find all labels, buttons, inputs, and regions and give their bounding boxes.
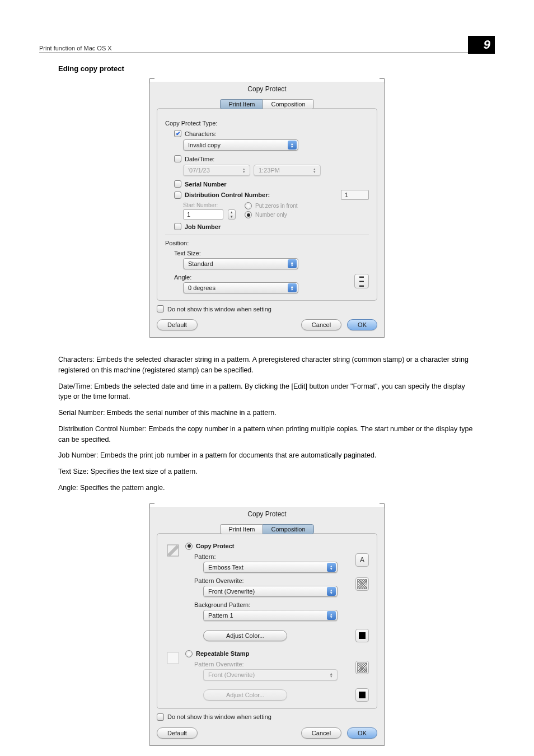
bg-pattern-select[interactable]: Pattern 1: [203, 610, 338, 621]
pattern-overwrite-swatch-icon[interactable]: [355, 577, 369, 591]
chevron-updown-icon: [288, 141, 297, 150]
textsize-label: Text Size:: [174, 250, 369, 256]
dist-checkbox[interactable]: [174, 192, 181, 199]
pattern-overwrite-select[interactable]: Front (Overwrite): [203, 586, 338, 597]
paragraph-angle: Angle: Specifies the pattern angle.: [58, 483, 476, 493]
chevron-updown-icon: [310, 166, 319, 175]
copy-protect-thumb-icon: [165, 543, 181, 558]
datetime-label: Date/Time:: [185, 156, 214, 162]
dialog-title: Copy Protect: [157, 507, 377, 524]
page-badge: 9: [468, 36, 495, 54]
paragraph-serial: Serial Number: Embeds the serial number …: [58, 408, 476, 418]
dist-number-field[interactable]: 1: [341, 190, 369, 200]
pattern-label: Pattern:: [194, 553, 352, 560]
section-title: Eding copy protect: [58, 64, 495, 73]
pattern-select[interactable]: Emboss Text: [203, 562, 338, 573]
time-select[interactable]: 1:23PM: [254, 165, 321, 176]
repeatable-radio-label: Repeatable Stamp: [196, 650, 249, 657]
bg-pattern-value: Pattern 1: [208, 612, 233, 619]
chevron-updown-icon: [288, 283, 297, 292]
bg-pattern-label: Background Pattern:: [194, 601, 369, 608]
donotshow-checkbox[interactable]: [157, 713, 164, 721]
breadcrumb: Print function of Mac OS X: [39, 45, 112, 52]
ok-button[interactable]: OK: [347, 319, 377, 330]
rep-color-swatch-icon[interactable]: [355, 688, 369, 702]
textsize-select[interactable]: Standard: [183, 258, 298, 269]
tab-print-item[interactable]: Print Item: [220, 524, 263, 534]
copy-protect-type-label: Copy Protect Type:: [165, 120, 369, 127]
serial-checkbox[interactable]: [174, 180, 181, 188]
default-button[interactable]: Default: [157, 319, 198, 330]
chevron-updown-icon: [327, 587, 336, 596]
date-select[interactable]: '07/1/23: [183, 165, 250, 176]
tab-print-item[interactable]: Print Item: [220, 99, 263, 109]
chevron-updown-icon: [327, 670, 336, 679]
copy-protect-radio-label: Copy Protect: [196, 543, 234, 549]
paragraph-datetime: Date/Time: Embeds the selected date and …: [58, 381, 476, 403]
paragraph-characters: Characters: Embeds the selected characte…: [58, 354, 476, 376]
copy-protect-radio[interactable]: [185, 543, 193, 550]
adjust-color-button[interactable]: Adjust Color...: [203, 630, 287, 641]
start-number-value: 1: [187, 211, 190, 218]
pattern-overwrite-label: Pattern Overwrite:: [194, 577, 352, 584]
donotshow-label: Do not show this window when setting: [167, 306, 271, 312]
repeatable-thumb-icon: [165, 650, 181, 666]
svg-rect-2: [167, 652, 179, 664]
rep-pattern-overwrite-value: Front (Overwrite): [208, 671, 255, 678]
put-zeros-label: Put zeros in front: [255, 203, 298, 209]
pattern-overwrite-value: Front (Overwrite): [208, 588, 255, 595]
chevron-updown-icon: [327, 611, 336, 620]
characters-checkbox[interactable]: [174, 130, 181, 137]
pattern-value: Emboss Text: [208, 564, 243, 571]
chevron-updown-icon: [327, 563, 336, 572]
angle-label: Angle:: [174, 274, 351, 281]
ok-button[interactable]: OK: [347, 727, 377, 739]
chevron-updown-icon: [288, 259, 297, 268]
number-only-radio[interactable]: [245, 211, 252, 218]
copy-protect-dialog-composition: Copy Protect Print Item Composition Copy…: [149, 507, 385, 746]
rep-adjust-color-button[interactable]: Adjust Color...: [203, 689, 287, 701]
serial-label: Serial Number: [185, 181, 227, 188]
chevron-updown-icon: [240, 166, 249, 175]
number-only-label: Number only: [255, 212, 287, 218]
donotshow-checkbox[interactable]: [157, 305, 164, 312]
donotshow-label: Do not show this window when setting: [167, 713, 271, 720]
time-value: 1:23PM: [259, 167, 280, 174]
cancel-button[interactable]: Cancel: [301, 727, 341, 739]
rep-pattern-overwrite-select[interactable]: Front (Overwrite): [203, 669, 338, 680]
textsize-value: Standard: [188, 260, 213, 267]
tab-composition[interactable]: Composition: [263, 99, 313, 109]
job-label: Job Number: [185, 223, 221, 230]
angle-value: 0 degrees: [188, 284, 216, 291]
dist-number-value: 1: [345, 192, 348, 198]
start-number-label: Start Number:: [183, 202, 236, 208]
job-checkbox[interactable]: [174, 223, 181, 230]
start-number-stepper[interactable]: [228, 209, 236, 220]
position-label: Position:: [165, 240, 369, 246]
paragraph-dist: Distribution Control Number: Embeds the …: [58, 424, 476, 445]
characters-select[interactable]: Invalid copy: [183, 139, 298, 151]
paragraph-textsize: Text Size: Specifies the text size of a …: [58, 466, 476, 477]
pattern-swatch-icon[interactable]: A: [355, 553, 369, 567]
cancel-button[interactable]: Cancel: [301, 319, 341, 330]
start-number-field[interactable]: 1: [183, 209, 223, 220]
paragraph-job: Job Number: Embeds the print job number …: [58, 450, 476, 461]
tab-composition[interactable]: Composition: [263, 524, 313, 534]
datetime-checkbox[interactable]: [174, 155, 181, 162]
rep-pattern-overwrite-label: Pattern Overwrite:: [194, 661, 352, 668]
dialog-title: Copy Protect: [157, 82, 377, 99]
angle-select[interactable]: 0 degrees: [183, 282, 298, 293]
characters-select-value: Invalid copy: [188, 142, 221, 148]
color-swatch-icon[interactable]: [355, 629, 369, 642]
characters-label: Characters:: [185, 130, 217, 137]
angle-preview-icon[interactable]: ▬▬▬: [354, 274, 369, 288]
dist-label: Distribution Control Number:: [185, 192, 270, 198]
default-button[interactable]: Default: [157, 727, 198, 739]
rep-overwrite-swatch-icon[interactable]: [355, 661, 369, 674]
put-zeros-radio[interactable]: [245, 202, 252, 209]
copy-protect-dialog-printitem: Copy Protect Print Item Composition Copy…: [149, 82, 385, 338]
date-value: '07/1/23: [188, 167, 210, 174]
repeatable-radio[interactable]: [185, 650, 193, 657]
